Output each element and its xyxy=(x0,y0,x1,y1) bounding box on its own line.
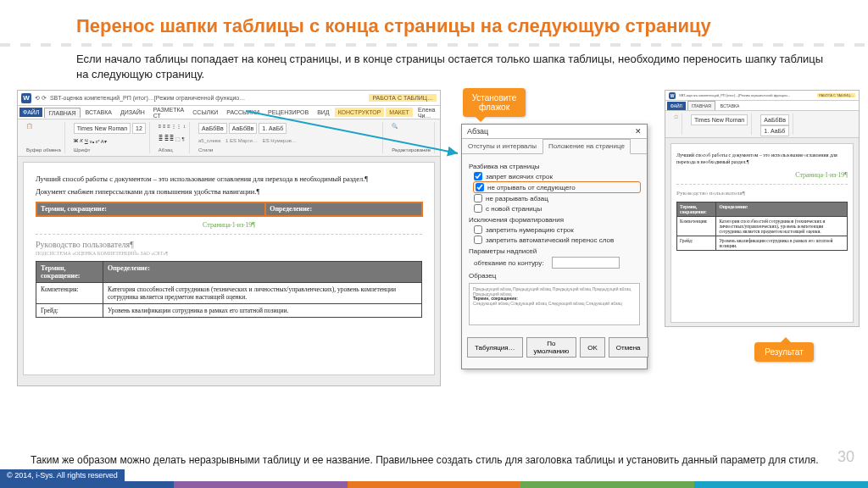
guide-title: Руководство пользователя¶ xyxy=(36,240,422,249)
tab-tbllayout[interactable]: МАКЕТ xyxy=(386,108,413,117)
doc-para-1: Лучший способ работы с документом – это … xyxy=(36,175,422,184)
tab-file[interactable]: ФАЙЛ xyxy=(19,108,42,117)
group-para: Абзац xyxy=(159,147,186,152)
divider xyxy=(0,43,868,47)
tab-insert[interactable]: ВСТАВКА xyxy=(717,102,743,110)
tab-view[interactable]: ВИД xyxy=(314,108,332,117)
group-font: Шрифт xyxy=(74,147,146,152)
user-name[interactable]: Елена Чи… xyxy=(415,105,440,120)
preview-box: Предыдущий абзац Предыдущий абзац Предыд… xyxy=(469,283,640,325)
dialog-section-pagination: Разбивка на страницы xyxy=(469,163,640,170)
copyright: © 2014, i-Sys. All rights reserved xyxy=(0,469,125,481)
tab-refs[interactable]: ССЫЛКИ xyxy=(189,108,221,117)
table-before-top: Термин, сокращение:Определение: xyxy=(36,202,422,216)
tab-design[interactable]: ДИЗАЙН xyxy=(117,108,148,117)
checkbox-page-break[interactable]: с новой страницы xyxy=(474,204,640,213)
tab-home[interactable]: ГЛАВНАЯ xyxy=(687,101,715,110)
word-icon: W xyxy=(669,92,676,99)
ribbon-tabs: ФАЙЛ ГЛАВНАЯ ВСТАВКА ДИЗАЙН РАЗМЕТКА СТ … xyxy=(18,106,440,119)
group-clipboard: Буфер обмена xyxy=(26,147,61,152)
font-size[interactable]: 12 xyxy=(132,123,146,134)
table-before-bottom: Термин, сокращение:Определение: Компетен… xyxy=(36,261,422,318)
slide-number: 30 xyxy=(837,448,854,466)
font-name[interactable]: Times New Roman xyxy=(74,123,131,134)
footer-stripe xyxy=(0,481,868,488)
checkbox-widow[interactable]: запрет висячих строк xyxy=(474,172,640,180)
guide-subtitle: ПОДСИСТЕМА «ОЦЕНКА КОМПЕТЕНЦИЙ» ЗАО «СБТ… xyxy=(36,251,422,256)
dialog-tab-indents[interactable]: Отступы и интервалы xyxy=(462,139,542,153)
content-area: W ⟲ ⟳ SBT-оценка компетенций_РП (итог)…[… xyxy=(0,90,868,412)
intro-text: Если начало таблицы попадает на конец ст… xyxy=(0,52,868,81)
doc-para-2: Документ снабжен гиперссылками для повыш… xyxy=(36,187,422,197)
paragraph-dialog: Абзац ✕ Отступы и интервалы Положение на… xyxy=(461,124,648,369)
context-tab-label: РАБОТА С ТАБЛИЦ… xyxy=(369,94,437,102)
dialog-section-format-exc: Исключения форматирования xyxy=(469,216,640,224)
dialog-tab-position[interactable]: Положение на странице xyxy=(542,139,631,154)
word-window-after: W SBT-оценка компетенций_РП (итог)…[Режи… xyxy=(665,90,860,327)
style-3[interactable]: 1. АаБб xyxy=(259,123,287,134)
guide-title-r: Руководство пользователя¶ xyxy=(676,190,848,197)
dialog-title: Абзац xyxy=(467,127,488,136)
tab-review[interactable]: РЕЦЕНЗИРОВ xyxy=(264,108,312,117)
outro-text: Таким же образом можно делать неразрывны… xyxy=(31,454,834,468)
tab-home[interactable]: ГЛАВНАЯ xyxy=(44,108,80,118)
word-titlebar: W ⟲ ⟳ SBT-оценка компетенций_РП (итог)…[… xyxy=(18,91,440,106)
word-icon: W xyxy=(21,93,31,103)
checkbox-no-hyphen[interactable]: запретить автоматический перенос слов xyxy=(474,236,640,244)
doc-para-r1: Лучший способ работы с документом – это … xyxy=(676,152,848,166)
checkbox-suppress-lines[interactable]: запретить нумерацию строк xyxy=(474,225,640,234)
checkbox-keep-together[interactable]: не разрывать абзац xyxy=(474,194,640,202)
ok-button[interactable]: OK xyxy=(580,337,605,358)
group-edit: Редактирование xyxy=(392,147,431,152)
tab-constructor[interactable]: КОНСТРУКТОР xyxy=(335,108,385,117)
tab-file[interactable]: ФАЙЛ xyxy=(667,102,686,110)
preview-label: Образец xyxy=(469,272,640,280)
table-header-2: Определение: xyxy=(265,202,422,216)
document-page[interactable]: Лучший способ работы с документом – это … xyxy=(23,162,435,375)
default-button[interactable]: По умолчанию xyxy=(526,337,577,358)
tabulation-button[interactable]: Табуляция… xyxy=(467,337,523,358)
cancel-button[interactable]: Отмена xyxy=(609,337,648,358)
wrap-select[interactable] xyxy=(552,257,620,269)
tab-mail[interactable]: РАССЫЛКИ xyxy=(223,108,263,117)
word-window-before: W ⟲ ⟳ SBT-оценка компетенций_РП (итог)…[… xyxy=(17,90,441,386)
style-2[interactable]: АаБбВв xyxy=(229,123,258,134)
tab-layout[interactable]: РАЗМЕТКА СТ xyxy=(150,105,188,120)
table-after: Термин, сокращение:Определение: Компетен… xyxy=(676,202,848,251)
ribbon-body: 📋 Буфер обмена Times New Roman12 Ж К Ч x… xyxy=(18,119,440,157)
callout-set-flag: Установите флажок xyxy=(463,88,526,117)
style-1[interactable]: АаБбВв xyxy=(198,123,227,134)
group-styles: Стили xyxy=(198,147,379,152)
word-titlebar-r: W SBT-оценка компетенций_РП (итог)…[Режи… xyxy=(665,91,859,101)
doc-title: SBT-оценка компетенций_РП (итог)…[Режим … xyxy=(50,95,245,101)
table-header-1: Термин, сокращение: xyxy=(36,202,265,216)
checkbox-keep-with-next[interactable]: не отрывать от следующего xyxy=(474,182,640,192)
dialog-section-textbox: Параметры надписей xyxy=(469,247,640,255)
page-footer-r: Страница·1·из·19¶ xyxy=(676,171,848,179)
page-footer: Страница·1·из·19¶ xyxy=(36,221,422,229)
slide-title: Перенос шапки таблицы с конца страницы н… xyxy=(0,0,868,36)
close-icon[interactable]: ✕ xyxy=(635,127,642,136)
tab-insert[interactable]: ВСТАВКА xyxy=(82,108,115,117)
callout-result: Результат xyxy=(754,342,814,362)
